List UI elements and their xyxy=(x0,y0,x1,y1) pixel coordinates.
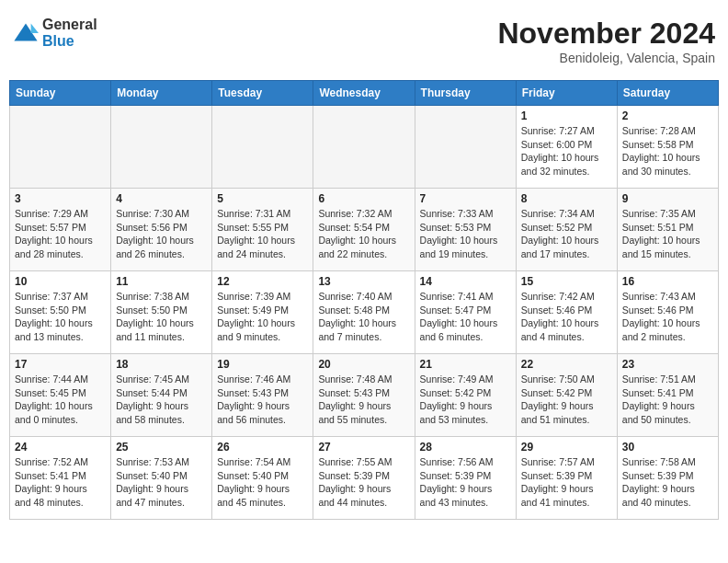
title-area: November 2024 Benidoleig, Valencia, Spai… xyxy=(497,17,715,65)
calendar-cell: 22Sunrise: 7:50 AMSunset: 5:42 PMDayligh… xyxy=(516,354,617,437)
day-number: 26 xyxy=(217,441,308,454)
week-row-2: 3Sunrise: 7:29 AMSunset: 5:57 PMDaylight… xyxy=(10,189,719,271)
calendar-header: SundayMondayTuesdayWednesdayThursdayFrid… xyxy=(10,81,719,106)
day-info: Sunrise: 7:40 AMSunset: 5:48 PMDaylight:… xyxy=(318,290,409,344)
calendar-cell: 10Sunrise: 7:37 AMSunset: 5:50 PMDayligh… xyxy=(10,271,111,354)
day-info: Sunrise: 7:56 AMSunset: 5:39 PMDaylight:… xyxy=(420,455,511,510)
day-number: 7 xyxy=(420,192,511,205)
day-info: Sunrise: 7:52 AMSunset: 5:41 PMDaylight:… xyxy=(15,455,106,510)
day-info: Sunrise: 7:53 AMSunset: 5:40 PMDaylight:… xyxy=(116,455,207,510)
calendar-cell xyxy=(313,106,415,189)
calendar-cell: 9Sunrise: 7:35 AMSunset: 5:51 PMDaylight… xyxy=(617,189,718,271)
calendar-cell: 12Sunrise: 7:39 AMSunset: 5:49 PMDayligh… xyxy=(212,271,313,354)
day-info: Sunrise: 7:37 AMSunset: 5:50 PMDaylight:… xyxy=(15,290,106,344)
day-number: 2 xyxy=(622,109,713,122)
calendar-cell xyxy=(212,106,313,189)
calendar-cell: 25Sunrise: 7:53 AMSunset: 5:40 PMDayligh… xyxy=(111,437,212,520)
calendar-cell: 13Sunrise: 7:40 AMSunset: 5:48 PMDayligh… xyxy=(313,271,415,354)
weekday-header-sunday: Sunday xyxy=(10,81,111,106)
day-number: 23 xyxy=(622,358,713,371)
week-row-3: 10Sunrise: 7:37 AMSunset: 5:50 PMDayligh… xyxy=(10,271,719,354)
day-info: Sunrise: 7:51 AMSunset: 5:41 PMDaylight:… xyxy=(622,373,713,427)
day-number: 20 xyxy=(318,358,409,371)
calendar-cell: 14Sunrise: 7:41 AMSunset: 5:47 PMDayligh… xyxy=(415,271,516,354)
day-info: Sunrise: 7:34 AMSunset: 5:52 PMDaylight:… xyxy=(521,207,612,261)
day-number: 11 xyxy=(116,275,207,288)
calendar-cell: 29Sunrise: 7:57 AMSunset: 5:39 PMDayligh… xyxy=(516,437,617,520)
day-info: Sunrise: 7:41 AMSunset: 5:47 PMDaylight:… xyxy=(420,290,511,344)
calendar-cell: 11Sunrise: 7:38 AMSunset: 5:50 PMDayligh… xyxy=(111,271,212,354)
week-row-4: 17Sunrise: 7:44 AMSunset: 5:45 PMDayligh… xyxy=(10,354,719,437)
day-number: 10 xyxy=(15,275,106,288)
weekday-header-wednesday: Wednesday xyxy=(313,81,415,106)
day-info: Sunrise: 7:50 AMSunset: 5:42 PMDaylight:… xyxy=(521,373,612,427)
calendar-cell xyxy=(415,106,516,189)
day-info: Sunrise: 7:58 AMSunset: 5:39 PMDaylight:… xyxy=(622,455,713,510)
day-info: Sunrise: 7:42 AMSunset: 5:46 PMDaylight:… xyxy=(521,290,612,344)
day-number: 27 xyxy=(318,441,409,454)
day-number: 16 xyxy=(622,275,713,288)
week-row-1: 1Sunrise: 7:27 AMSunset: 6:00 PMDaylight… xyxy=(10,106,719,189)
day-info: Sunrise: 7:57 AMSunset: 5:39 PMDaylight:… xyxy=(521,455,612,510)
day-number: 6 xyxy=(318,192,409,205)
day-info: Sunrise: 7:55 AMSunset: 5:39 PMDaylight:… xyxy=(318,455,409,510)
weekday-header-tuesday: Tuesday xyxy=(212,81,313,106)
day-number: 17 xyxy=(15,358,106,371)
calendar-cell xyxy=(10,106,111,189)
calendar-cell: 24Sunrise: 7:52 AMSunset: 5:41 PMDayligh… xyxy=(10,437,111,520)
day-info: Sunrise: 7:32 AMSunset: 5:54 PMDaylight:… xyxy=(318,207,409,261)
logo-text: General Blue xyxy=(42,17,97,49)
day-info: Sunrise: 7:46 AMSunset: 5:43 PMDaylight:… xyxy=(217,373,308,427)
week-row-5: 24Sunrise: 7:52 AMSunset: 5:41 PMDayligh… xyxy=(10,437,719,520)
day-info: Sunrise: 7:43 AMSunset: 5:46 PMDaylight:… xyxy=(622,290,713,344)
calendar-cell: 21Sunrise: 7:49 AMSunset: 5:42 PMDayligh… xyxy=(415,354,516,437)
calendar-cell: 19Sunrise: 7:46 AMSunset: 5:43 PMDayligh… xyxy=(212,354,313,437)
day-info: Sunrise: 7:28 AMSunset: 5:58 PMDaylight:… xyxy=(622,124,713,178)
calendar-cell: 20Sunrise: 7:48 AMSunset: 5:43 PMDayligh… xyxy=(313,354,415,437)
day-number: 14 xyxy=(420,275,511,288)
day-number: 22 xyxy=(521,358,612,371)
day-number: 19 xyxy=(217,358,308,371)
day-info: Sunrise: 7:33 AMSunset: 5:53 PMDaylight:… xyxy=(420,207,511,261)
calendar-cell: 16Sunrise: 7:43 AMSunset: 5:46 PMDayligh… xyxy=(617,271,718,354)
weekday-header-monday: Monday xyxy=(111,81,212,106)
day-number: 12 xyxy=(217,275,308,288)
day-number: 5 xyxy=(217,192,308,205)
logo-icon xyxy=(13,20,39,46)
logo-general: General xyxy=(42,17,97,33)
day-number: 8 xyxy=(521,192,612,205)
calendar-cell xyxy=(111,106,212,189)
day-info: Sunrise: 7:49 AMSunset: 5:42 PMDaylight:… xyxy=(420,373,511,427)
calendar-cell: 15Sunrise: 7:42 AMSunset: 5:46 PMDayligh… xyxy=(516,271,617,354)
calendar-cell: 28Sunrise: 7:56 AMSunset: 5:39 PMDayligh… xyxy=(415,437,516,520)
calendar-cell: 23Sunrise: 7:51 AMSunset: 5:41 PMDayligh… xyxy=(617,354,718,437)
calendar-cell: 7Sunrise: 7:33 AMSunset: 5:53 PMDaylight… xyxy=(415,189,516,271)
calendar-cell: 4Sunrise: 7:30 AMSunset: 5:56 PMDaylight… xyxy=(111,189,212,271)
calendar-cell: 5Sunrise: 7:31 AMSunset: 5:55 PMDaylight… xyxy=(212,189,313,271)
month-title: November 2024 xyxy=(497,17,715,51)
day-number: 1 xyxy=(521,109,612,122)
day-info: Sunrise: 7:27 AMSunset: 6:00 PMDaylight:… xyxy=(521,124,612,178)
weekday-header-saturday: Saturday xyxy=(617,81,718,106)
day-info: Sunrise: 7:35 AMSunset: 5:51 PMDaylight:… xyxy=(622,207,713,261)
day-number: 13 xyxy=(318,275,409,288)
calendar-cell: 1Sunrise: 7:27 AMSunset: 6:00 PMDaylight… xyxy=(516,106,617,189)
day-info: Sunrise: 7:44 AMSunset: 5:45 PMDaylight:… xyxy=(15,373,106,427)
location: Benidoleig, Valencia, Spain xyxy=(497,51,715,65)
day-info: Sunrise: 7:30 AMSunset: 5:56 PMDaylight:… xyxy=(116,207,207,261)
day-number: 29 xyxy=(521,441,612,454)
day-info: Sunrise: 7:31 AMSunset: 5:55 PMDaylight:… xyxy=(217,207,308,261)
header: General Blue November 2024 Benidoleig, V… xyxy=(9,9,719,73)
calendar-cell: 6Sunrise: 7:32 AMSunset: 5:54 PMDaylight… xyxy=(313,189,415,271)
day-number: 21 xyxy=(420,358,511,371)
calendar-body: 1Sunrise: 7:27 AMSunset: 6:00 PMDaylight… xyxy=(10,106,719,520)
calendar-cell: 17Sunrise: 7:44 AMSunset: 5:45 PMDayligh… xyxy=(10,354,111,437)
weekday-header-friday: Friday xyxy=(516,81,617,106)
day-number: 30 xyxy=(622,441,713,454)
day-number: 15 xyxy=(521,275,612,288)
weekday-row: SundayMondayTuesdayWednesdayThursdayFrid… xyxy=(10,81,719,106)
day-info: Sunrise: 7:54 AMSunset: 5:40 PMDaylight:… xyxy=(217,455,308,510)
calendar-cell: 18Sunrise: 7:45 AMSunset: 5:44 PMDayligh… xyxy=(111,354,212,437)
day-info: Sunrise: 7:38 AMSunset: 5:50 PMDaylight:… xyxy=(116,290,207,344)
day-info: Sunrise: 7:45 AMSunset: 5:44 PMDaylight:… xyxy=(116,373,207,427)
